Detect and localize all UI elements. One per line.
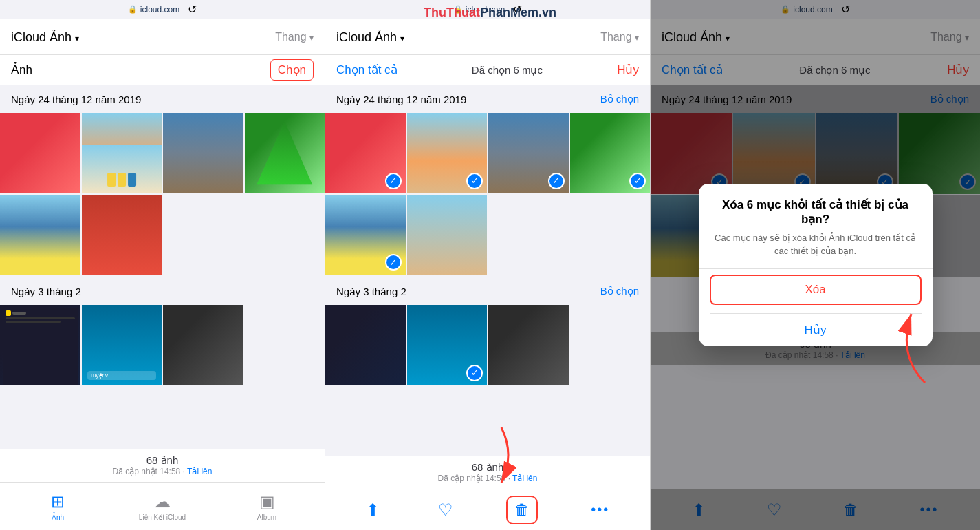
photos-icon-1: ⊞ bbox=[51, 492, 65, 511]
photo-cell-2[interactable]: ✓ bbox=[325, 113, 406, 193]
check-badge: ✓ bbox=[466, 173, 483, 189]
section-header-2b: Ngày 3 tháng 2 Bỏ chọn bbox=[325, 277, 650, 305]
refresh-icon-1: ↺ bbox=[188, 3, 197, 16]
photo-cell-2[interactable]: ✓ bbox=[570, 113, 651, 193]
photo-cell-2[interactable] bbox=[407, 195, 488, 275]
share-icon-2[interactable]: ⬆ bbox=[360, 495, 385, 525]
photo-cell[interactable] bbox=[0, 305, 80, 385]
bottom-bar-1: ⊞ Ảnh ☁ Liên Kết iCloud ▣ Album bbox=[0, 482, 325, 530]
selection-count-2: Đã chọn 6 mục bbox=[472, 64, 543, 76]
photo-grid-2a: ✓ ✓ ✓ ✓ bbox=[325, 113, 650, 193]
chon-tat-ca-button-2[interactable]: Chọn tất cả bbox=[336, 63, 398, 77]
upload-link-2[interactable]: Tải lên bbox=[512, 474, 537, 483]
scroll-content-2: Ngày 24 tháng 12 năm 2019 Bỏ chọn ✓ ✓ ✓ … bbox=[325, 85, 650, 456]
selection-bar-1: Ảnh Chọn bbox=[0, 55, 325, 85]
domain-1: icloud.com bbox=[140, 5, 179, 14]
panel-3: 🔒 icloud.com ↺ iCloud Ảnh ▾ Thang ▾ Chọn… bbox=[651, 0, 980, 530]
dialog-title-3: Xóa 6 mục khỏi tất cả thiết bị của bạn? bbox=[710, 198, 922, 226]
photo-cell-2[interactable]: ✓ bbox=[488, 113, 569, 193]
lock-icon-1: 🔒 bbox=[128, 5, 138, 14]
nav-title-2: iCloud Ảnh ▾ bbox=[336, 30, 404, 45]
action-bar-2: ⬆ ♡ 🗑 ••• bbox=[325, 489, 650, 530]
panel-1: 🔒 icloud.com ↺ iCloud Ảnh ▾ Thang ▾ Ảnh … bbox=[0, 0, 325, 530]
more-icon-2[interactable]: ••• bbox=[585, 496, 615, 523]
tab-label-anh-1: Ảnh bbox=[52, 513, 64, 521]
photo-cell-2[interactable]: ✓ bbox=[407, 113, 488, 193]
nav-bar-2: iCloud Ảnh ▾ Thang ▾ bbox=[325, 19, 650, 55]
panel-2: 🔒 icloud.com ↺ iCloud Ảnh ▾ Thang ▾ Chọn… bbox=[325, 0, 651, 530]
trash-icon-2[interactable]: 🗑 bbox=[506, 496, 538, 524]
check-badge: ✓ bbox=[385, 173, 402, 189]
section-header-1a: Ngày 24 tháng 12 năm 2019 bbox=[0, 85, 325, 113]
photo-cell[interactable] bbox=[0, 113, 80, 193]
section-date-1a: Ngày 24 tháng 12 năm 2019 bbox=[11, 94, 141, 105]
photo-grid-2b: ✓ bbox=[325, 195, 650, 275]
section-header-2a: Ngày 24 tháng 12 năm 2019 Bỏ chọn bbox=[325, 85, 650, 113]
photo-grid-2c: ✓ bbox=[325, 305, 650, 385]
heart-icon-2[interactable]: ♡ bbox=[433, 495, 459, 525]
photo-cell-2[interactable]: ✓ bbox=[407, 305, 488, 385]
section-date-2b: Ngày 3 tháng 2 bbox=[336, 286, 406, 297]
nav-title-1: iCloud Ảnh ▾ bbox=[11, 30, 79, 45]
footer-info-2: 68 ảnh Đã cập nhật 14:58 · Tải lên bbox=[325, 456, 650, 489]
status-bar-1: 🔒 icloud.com ↺ bbox=[0, 0, 325, 19]
tab-label-icloud-1: Liên Kết iCloud bbox=[139, 513, 186, 521]
bo-chon-2b[interactable]: Bỏ chọn bbox=[600, 285, 639, 297]
photo-cell[interactable]: Tuyệt v bbox=[82, 305, 162, 385]
nav-month-2[interactable]: Thang ▾ bbox=[600, 31, 639, 43]
dialog-body-3: Các mục này sẽ bị xóa khỏi Ảnh iCloud tr… bbox=[710, 232, 922, 257]
photo-cell[interactable] bbox=[245, 113, 325, 193]
photo-cell[interactable] bbox=[0, 195, 80, 275]
chon-button-1[interactable]: Chọn bbox=[270, 59, 314, 81]
photo-cell[interactable] bbox=[163, 305, 243, 385]
nav-month-1[interactable]: Thang ▾ bbox=[275, 31, 314, 43]
bo-chon-2a[interactable]: Bỏ chọn bbox=[600, 93, 639, 105]
icloud-icon-1: ☁ bbox=[154, 492, 171, 511]
lock-icon-2: 🔒 bbox=[453, 5, 463, 14]
check-badge: ✓ bbox=[385, 254, 402, 271]
album-icon-1: ▣ bbox=[259, 492, 275, 511]
dialog-box-3: Xóa 6 mục khỏi tất cả thiết bị của bạn? … bbox=[699, 184, 933, 346]
dialog-overlay-3: Xóa 6 mục khỏi tất cả thiết bị của bạn? … bbox=[651, 0, 980, 530]
check-badge: ✓ bbox=[466, 365, 483, 381]
section-date-2a: Ngày 24 tháng 12 năm 2019 bbox=[336, 94, 466, 105]
photo-label-1: Ảnh bbox=[11, 63, 32, 77]
photo-cell[interactable] bbox=[82, 195, 162, 275]
tab-anh-1[interactable]: ⊞ Ảnh bbox=[6, 492, 110, 521]
scroll-content-1: Ngày 24 tháng 12 năm 2019 N bbox=[0, 85, 325, 449]
photo-grid-1c: Tuyệt v bbox=[0, 305, 325, 385]
footer-update-1: Đã cập nhật 14:58 · Tải lên bbox=[11, 467, 314, 476]
section-header-1b: Ngày 3 tháng 2 bbox=[0, 277, 325, 305]
cancel-dialog-button-3[interactable]: Hủy bbox=[710, 313, 922, 346]
photo-grid-1a bbox=[0, 113, 325, 193]
footer-info-1: 68 ảnh Đã cập nhật 14:58 · Tải lên bbox=[0, 449, 325, 482]
cancel-button-2[interactable]: Hủy bbox=[617, 63, 639, 77]
check-badge: ✓ bbox=[548, 173, 565, 189]
tab-icloud-link-1[interactable]: ☁ Liên Kết iCloud bbox=[110, 492, 215, 521]
photo-cell[interactable] bbox=[82, 113, 162, 193]
photo-cell-2[interactable]: ✓ bbox=[325, 195, 406, 275]
refresh-icon-2: ↺ bbox=[513, 3, 522, 16]
footer-update-2: Đã cập nhật 14:58 · Tải lên bbox=[336, 474, 639, 483]
delete-button-3[interactable]: Xóa bbox=[710, 275, 922, 305]
photo-cell-2[interactable] bbox=[325, 305, 406, 385]
upload-link-1[interactable]: Tải lên bbox=[187, 467, 212, 476]
photo-cell[interactable] bbox=[163, 113, 243, 193]
photo-cell-2[interactable] bbox=[488, 305, 569, 385]
domain-2: icloud.com bbox=[466, 5, 505, 14]
status-bar-2: 🔒 icloud.com ↺ bbox=[325, 0, 650, 19]
tab-album-1[interactable]: ▣ Album bbox=[215, 492, 319, 521]
footer-count-1: 68 ảnh bbox=[11, 454, 314, 467]
footer-count-2: 68 ảnh bbox=[336, 461, 639, 474]
photo-grid-1b bbox=[0, 195, 325, 275]
selection-bar-2: Chọn tất cả Đã chọn 6 mục Hủy bbox=[325, 55, 650, 85]
nav-bar-1: iCloud Ảnh ▾ Thang ▾ bbox=[0, 19, 325, 55]
tab-label-album-1: Album bbox=[257, 513, 276, 521]
section-date-1b: Ngày 3 tháng 2 bbox=[11, 286, 81, 297]
check-badge: ✓ bbox=[629, 173, 646, 189]
